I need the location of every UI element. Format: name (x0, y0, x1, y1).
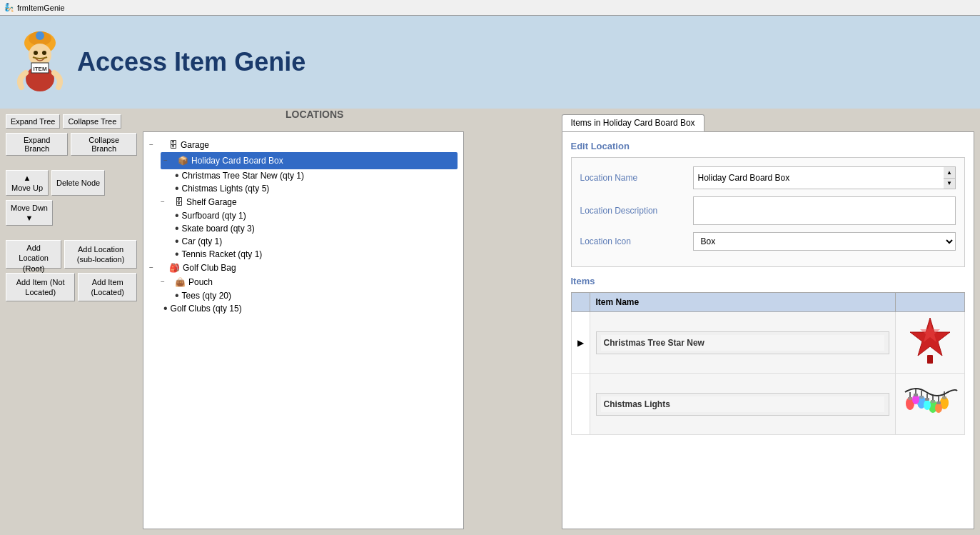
tree-item-golf-bag[interactable]: − 🎒 Golf Club Bag (149, 261, 458, 275)
locations-panel: LOCATIONS − 🗄 Garage − 📦 Holiday Card Bo… (143, 109, 556, 535)
tree-item-skateboard[interactable]: • Skate board (qty 3) (172, 222, 458, 235)
location-icon-row: Location Icon Box Bag Shelf Drawer Cabin… (580, 232, 956, 251)
garage-toggle[interactable]: − (149, 138, 158, 152)
bullet-icon-7: • (175, 289, 179, 302)
add-item-row: Add Item (Not Located) Add Item (Located… (6, 273, 137, 301)
col-item-name: Item Name (590, 293, 896, 312)
row-indicator-2 (571, 374, 590, 435)
pouch-children: • Tees (qty 20) (161, 289, 458, 302)
location-name-scroll-down[interactable]: ▼ (944, 179, 955, 189)
tab-holiday-card-box[interactable]: Items in Holiday Card Board Box (562, 114, 704, 131)
pouch-toggle[interactable]: − (161, 275, 169, 289)
tree-item-shelf-garage[interactable]: − 🗄 Shelf Garage (161, 195, 458, 209)
tree-panel[interactable]: − 🗄 Garage − 📦 Holiday Card Board Box • … (143, 131, 464, 529)
shelf-label: Shelf Garage (186, 195, 237, 209)
location-name-label: Location Name (580, 173, 687, 183)
bullet-icon: • (175, 169, 179, 182)
location-icon-select[interactable]: Box Bag Shelf Drawer Cabinet (693, 232, 956, 251)
header-area: ITEM Access Item Genie (0, 16, 980, 109)
move-down-row: Move Dwn ▼ (6, 200, 137, 226)
app-title: Access Item Genie (77, 47, 305, 77)
add-item-not-located-button[interactable]: Add Item (Not Located) (6, 273, 75, 301)
bullet-icon-8: • (163, 302, 168, 315)
bullet-icon-5: • (175, 235, 179, 248)
svg-rect-35 (925, 398, 929, 401)
tree-item-car[interactable]: • Car (qty 1) (172, 235, 458, 248)
christmas-lights-img (901, 378, 959, 428)
tree-item-tees[interactable]: • Tees (qty 20) (172, 289, 458, 302)
bullet-icon-2: • (175, 182, 179, 195)
items-section-title: Items (571, 276, 966, 286)
item-name-input-2[interactable] (601, 396, 885, 412)
golf-bag-icon: 🎒 (169, 261, 180, 275)
tennis-label: Tennis Racket (qty 1) (182, 248, 263, 261)
tees-label: Tees (qty 20) (182, 289, 231, 302)
svg-rect-36 (936, 401, 941, 404)
tree-item-surfboard[interactable]: • Surfboard (qty 1) (172, 209, 458, 222)
holiday-box-toggle[interactable]: − (163, 154, 172, 168)
delete-node-button[interactable]: Delete Node (51, 170, 105, 196)
svg-point-2 (36, 31, 44, 40)
svg-rect-34 (914, 394, 918, 396)
svg-point-4 (34, 51, 38, 55)
tree-item-christmas-star[interactable]: • Christmas Tree Star New (qty 1) (172, 169, 458, 182)
svg-point-32 (924, 400, 931, 410)
add-item-located-button[interactable]: Add Item (Located) (78, 273, 137, 301)
logo-area: ITEM (11, 30, 69, 94)
item-name-cell-2 (590, 374, 896, 435)
location-desc-label: Location Description (580, 206, 687, 216)
surfboard-label: Surfboard (qty 1) (182, 209, 246, 222)
divider-2 (6, 230, 137, 236)
add-location-row: Add Location (Root) Add Location (sub-lo… (6, 240, 137, 269)
christmas-lights-label: Chistmas Lights (qty 5) (182, 182, 270, 195)
item-img-cell-2 (896, 374, 965, 435)
svg-point-33 (935, 403, 942, 413)
tree-item-garage[interactable]: − 🗄 Garage (149, 138, 458, 152)
items-table: Item Name ▶ (571, 292, 966, 435)
car-label: Car (qty 1) (182, 235, 223, 248)
items-section: Items Item Name ▶ (571, 276, 966, 435)
tab-bar: Items in Holiday Card Board Box (562, 114, 975, 131)
shelf-toggle[interactable]: − (161, 195, 169, 209)
down-arrow-icon: ▼ (26, 214, 34, 222)
svg-text:ITEM: ITEM (33, 66, 46, 72)
christmas-star-img (909, 316, 951, 366)
left-panel: Expand Tree Collapse Tree Expand Branch … (0, 109, 143, 535)
tree-item-holiday-card-box[interactable]: − 📦 Holiday Card Board Box (161, 152, 458, 169)
item-name-input-1[interactable] (601, 335, 885, 351)
tree-item-tennis[interactable]: • Tennis Racket (qty 1) (172, 248, 458, 261)
location-name-scroll-up[interactable]: ▲ (944, 167, 955, 179)
add-location-root-button[interactable]: Add Location (Root) (6, 240, 61, 269)
tree-item-christmas-lights[interactable]: • Chistmas Lights (qty 5) (172, 182, 458, 195)
christmas-star-label: Christmas Tree Star New (qty 1) (182, 169, 304, 182)
tree-item-pouch[interactable]: − 👜 Pouch (161, 275, 458, 289)
holiday-box-children: • Christmas Tree Star New (qty 1) • Chis… (161, 169, 458, 195)
move-down-button[interactable]: Move Dwn ▼ (6, 200, 53, 226)
collapse-tree-button[interactable]: Collapse Tree (63, 114, 121, 129)
detail-box: Edit Location Location Name ▲ ▼ Location… (562, 131, 975, 529)
location-icon-label: Location Icon (580, 236, 687, 246)
location-desc-input[interactable] (693, 196, 956, 225)
table-row: ▶ (571, 312, 965, 374)
divider-1 (6, 160, 137, 166)
expand-branch-button[interactable]: Expand Branch (6, 133, 68, 156)
move-up-button[interactable]: ▲ Move Up (6, 170, 49, 196)
collapse-branch-button[interactable]: Collapse Branch (71, 133, 137, 156)
location-name-input[interactable] (693, 166, 944, 189)
golf-toggle[interactable]: − (149, 261, 158, 275)
titlebar-title: frmItemGenie (17, 4, 65, 12)
add-location-sub-button[interactable]: Add Location (sub-location) (64, 240, 137, 269)
locations-label: LOCATIONS (143, 109, 556, 120)
golf-bag-label: Golf Club Bag (183, 261, 236, 275)
shelf-children: • Surfboard (qty 1) • Skate board (qty 3… (161, 209, 458, 261)
bullet-icon-6: • (175, 248, 179, 261)
edit-location-title: Edit Location (571, 141, 966, 151)
location-name-row: Location Name ▲ ▼ (580, 166, 956, 189)
titlebar: 🧞 frmItemGenie (0, 0, 980, 16)
expand-tree-button[interactable]: Expand Tree (6, 114, 60, 129)
move-row: ▲ Move Up Delete Node (6, 170, 137, 196)
tree-item-golf-clubs[interactable]: • Golf Clubs (qty 15) (161, 302, 458, 315)
app-logo: ITEM (11, 30, 69, 94)
pouch-icon: 👜 (175, 275, 186, 289)
col-img (896, 293, 965, 312)
